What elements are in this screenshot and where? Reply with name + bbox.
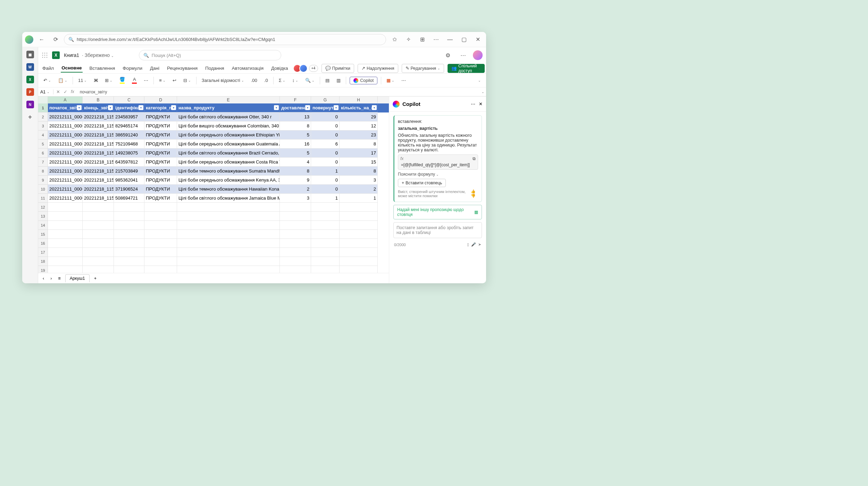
cell[interactable]: ПРОДУКТИ (144, 122, 177, 131)
cell[interactable] (144, 239, 177, 248)
cell[interactable] (340, 248, 378, 257)
cell[interactable]: 1 (311, 194, 340, 203)
wrap-text-button[interactable]: ↩ (171, 76, 178, 84)
cell[interactable]: 13 (280, 112, 311, 122)
presence-avatar[interactable] (299, 64, 308, 73)
more-icon[interactable]: ⋯ (458, 50, 469, 61)
cell[interactable]: 202212111_0000 (48, 122, 83, 131)
row-header[interactable]: 18 (38, 257, 48, 266)
filter-dropdown-icon[interactable]: ▾ (108, 105, 113, 110)
find-button[interactable]: 🔍⌄ (303, 76, 316, 84)
explain-formula-link[interactable]: Пояснити формулу ⌄ (398, 172, 478, 177)
cell[interactable]: 16 (280, 140, 311, 149)
formula-bar[interactable]: початок_звіту (77, 90, 480, 94)
cell[interactable] (114, 257, 144, 266)
row-header[interactable]: 6 (38, 149, 48, 158)
cell[interactable]: Цілі боби середнього обсмажування Costa … (177, 158, 280, 167)
cell[interactable] (144, 230, 177, 239)
column-header[interactable]: A (48, 97, 83, 103)
cell[interactable] (114, 266, 144, 273)
editing-mode-button[interactable]: ✎Редагування⌄ (402, 64, 444, 73)
cell[interactable] (340, 266, 378, 273)
cell[interactable] (48, 230, 83, 239)
cell[interactable]: 8 (340, 167, 378, 176)
cell[interactable]: 20221218_1159 (83, 131, 114, 140)
cell[interactable]: 234583957 (114, 112, 144, 122)
cell[interactable]: 20221218_1159 (83, 194, 114, 203)
cell[interactable]: 20221218_1159 (83, 185, 114, 194)
ribbon-tab-формули[interactable]: Формули (122, 64, 143, 72)
copilot-prompt-input[interactable]: Поставте запитання або зробіть запит на … (393, 222, 482, 238)
paste-button[interactable]: 📋⌄ (56, 76, 69, 84)
cell[interactable]: Цілі боби середнього обсмажування Ethiop… (177, 131, 280, 140)
cancel-formula-icon[interactable]: ✕ (56, 89, 60, 94)
column-header[interactable]: H (340, 97, 378, 103)
cell[interactable]: ПРОДУКТИ (144, 194, 177, 203)
table-header-cell[interactable]: кінець_звіту▾ (83, 103, 114, 112)
sidebar-feed-icon[interactable]: ▦ (26, 51, 34, 58)
cell[interactable]: Цілі боби середнього обсмажування Kenya … (177, 176, 280, 185)
next-sheet-button[interactable]: › (49, 275, 53, 282)
sheet-tab[interactable]: Аркуш1 (65, 274, 90, 282)
bold-button[interactable]: Ж (92, 76, 100, 84)
cell[interactable]: 20221218_1159 (83, 140, 114, 149)
more-icon[interactable]: ⋯ (471, 101, 475, 107)
cell[interactable]: 202212111_0000 (48, 176, 83, 185)
ribbon-tab-автоматизація[interactable]: Автоматизація (231, 64, 264, 72)
ribbon-tab-основне[interactable]: Основне (61, 64, 82, 73)
cell[interactable] (114, 239, 144, 248)
cell[interactable] (48, 266, 83, 273)
cell[interactable]: ПРОДУКТИ (144, 185, 177, 194)
cell[interactable]: 15 (340, 158, 378, 167)
refresh-button[interactable]: ⟳ (50, 34, 61, 45)
cell[interactable] (177, 239, 280, 248)
copilot-ribbon-button[interactable]: Copilot (350, 77, 377, 84)
column-header[interactable]: D (144, 97, 177, 103)
cell[interactable]: 1 (311, 167, 340, 176)
align-button[interactable]: ≡⌄ (157, 76, 167, 84)
search-box[interactable]: 🔍 Пошук (Alt+Q) (139, 50, 281, 60)
cell[interactable]: ПРОДУКТИ (144, 176, 177, 185)
spreadsheet-grid[interactable]: ABCDEFGH 1початок_звіту▾кінець_звіту▾іде… (38, 97, 389, 283)
sidebar-excel-icon[interactable]: X (26, 76, 34, 83)
ribbon-tab-файл[interactable]: Файл (42, 64, 55, 72)
send-icon[interactable]: ➤ (478, 242, 481, 246)
cell[interactable]: 0 (311, 158, 340, 167)
maximize-button[interactable]: ▢ (458, 34, 469, 45)
analyze-data-button[interactable]: ▥ (335, 76, 342, 84)
settings-icon[interactable]: ⚙ (442, 50, 453, 61)
cell[interactable]: 0 (311, 112, 340, 122)
cell[interactable]: 17 (340, 149, 378, 158)
cell[interactable] (177, 248, 280, 257)
table-header-cell[interactable]: назва_продукту▾ (177, 103, 280, 112)
cell[interactable]: Цілі боби темного обсмажування Hawaiian … (177, 185, 280, 194)
cell[interactable]: 20221218_1159 (83, 158, 114, 167)
cell[interactable] (340, 257, 378, 266)
row-header[interactable]: 11 (38, 194, 48, 203)
cell[interactable] (48, 257, 83, 266)
cell[interactable] (83, 212, 114, 221)
row-header[interactable]: 1 (38, 103, 48, 112)
row-header[interactable]: 13 (38, 212, 48, 221)
cell[interactable]: Цілі боби світлого обсмажування Jamaica … (177, 194, 280, 203)
filter-dropdown-icon[interactable]: ▾ (372, 105, 377, 110)
filter-dropdown-icon[interactable]: ▾ (139, 105, 143, 110)
row-header[interactable]: 7 (38, 158, 48, 167)
prev-sheet-button[interactable]: ‹ (41, 275, 46, 282)
cell[interactable]: 6 (311, 140, 340, 149)
cell[interactable]: Цілі боби світлого обсмажування Brazil C… (177, 149, 280, 158)
cell[interactable]: 202212111_0000 (48, 185, 83, 194)
cell[interactable] (83, 248, 114, 257)
filter-dropdown-icon[interactable]: ▾ (274, 105, 279, 110)
filter-dropdown-icon[interactable]: ▾ (305, 105, 310, 110)
cell[interactable]: 8 (280, 167, 311, 176)
app-launcher-icon[interactable] (42, 52, 48, 58)
cell[interactable] (311, 248, 340, 257)
cell[interactable]: 1 (340, 194, 378, 203)
cell[interactable] (340, 203, 378, 212)
sidebar-add-icon[interactable]: + (26, 113, 34, 121)
cell[interactable] (311, 266, 340, 273)
cell[interactable] (340, 230, 378, 239)
copy-icon[interactable]: ⧉ (473, 156, 476, 161)
cell[interactable] (114, 230, 144, 239)
